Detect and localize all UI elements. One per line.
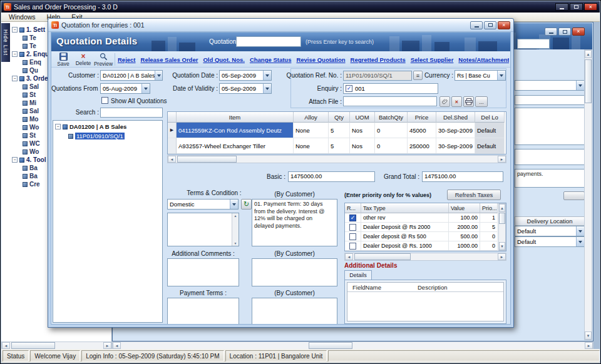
cell-price[interactable]: 250000	[408, 138, 436, 154]
nav-tree-item[interactable]: WC	[23, 139, 40, 148]
back-dropdown[interactable]	[515, 80, 585, 91]
main-close-button[interactable]: ×	[584, 3, 597, 11]
scroll-up-arrow[interactable]: ▲	[499, 204, 505, 212]
link-regretted-products[interactable]: Regretted Products	[351, 56, 406, 63]
scroll-up-arrow[interactable]: ▲	[585, 50, 592, 58]
back-textarea[interactable]	[515, 149, 585, 165]
tax-value-cell[interactable]: 2000.00	[449, 223, 480, 232]
cell-delshed[interactable]: 30-Sep-2009	[436, 123, 475, 138]
cell-alloy[interactable]: None	[294, 138, 329, 154]
link-notes-attachments[interactable]: Notes/Attachments	[458, 56, 509, 63]
delete-button[interactable]: × Delete	[74, 52, 93, 67]
tax-row-checkbox-cell[interactable]	[345, 241, 361, 251]
nav-tree-item[interactable]: Wo	[23, 148, 39, 156]
customer-select[interactable]: DA01200 | A B Sales	[100, 70, 163, 81]
scroll-left-arrow[interactable]: ◄	[168, 156, 176, 163]
additional-comments-by-customer-textarea[interactable]	[252, 258, 337, 286]
cell-delloc[interactable]: Default	[475, 123, 505, 138]
nav-tree-item[interactable]: −4. Tool	[12, 156, 46, 164]
tax-row-checkbox-cell[interactable]	[345, 223, 361, 232]
scroll-right-arrow[interactable]: ►	[585, 342, 593, 349]
tax-priority-cell[interactable]: 0	[480, 232, 498, 241]
scroll-thumb[interactable]	[11, 342, 55, 349]
hide-list-tab[interactable]: Hide List	[1, 23, 10, 62]
tax-priority-cell[interactable]: 0	[480, 241, 498, 251]
attach-file-input[interactable]	[343, 96, 437, 106]
cell-delloc[interactable]: Default	[475, 138, 505, 154]
cell-batchqty[interactable]: 0	[375, 123, 408, 138]
dialog-minimize-button[interactable]	[470, 21, 483, 29]
enquiry-checkbox[interactable]: ✓	[346, 85, 352, 92]
link-change-status[interactable]: Change Status	[250, 56, 292, 63]
nav-tree-item[interactable]: Ba	[23, 172, 38, 180]
nav-tree-item[interactable]: Ba	[23, 164, 38, 172]
nav-tree-item[interactable]: St	[23, 91, 36, 99]
dialog-maximize-button[interactable]	[484, 21, 496, 29]
nav-tree-item[interactable]: Mi	[23, 99, 36, 107]
payment-terms-by-customer-textarea[interactable]	[252, 298, 337, 325]
nav-tree-item[interactable]: Sal	[23, 83, 39, 91]
back-quotation-no-input[interactable]	[517, 39, 550, 49]
nav-tree-item[interactable]: −2. Enqu	[12, 50, 49, 58]
cell-uom[interactable]: Nos	[350, 138, 375, 154]
back-restore-button[interactable]	[558, 28, 571, 36]
ref-no-lookup-button[interactable]: ≡	[413, 71, 423, 80]
link-reject[interactable]: Reject	[118, 56, 136, 63]
nav-tree-item[interactable]: −3. Orde	[12, 74, 48, 83]
enquiry-list[interactable]: ✓ 001	[343, 83, 438, 94]
clear-attachment-button[interactable]: ×	[451, 96, 462, 107]
delivery-location-row[interactable]: Default	[515, 226, 585, 236]
row-selector[interactable]	[168, 138, 177, 154]
tax-checkbox[interactable]	[349, 224, 356, 231]
nav-tree-item[interactable]: Sal	[23, 107, 39, 115]
cell-alloy[interactable]: None	[294, 123, 329, 138]
nav-tree-item[interactable]: Te	[23, 42, 36, 50]
tax-type-cell[interactable]: Dealer Deposit @ Rs. 1000	[361, 241, 449, 251]
additional-comments-textarea[interactable]	[167, 258, 239, 286]
chevron-down-icon[interactable]	[576, 226, 584, 236]
calendar-dropdown-icon[interactable]	[263, 71, 271, 80]
cell-batchqty[interactable]: 0	[375, 138, 408, 154]
scroll-thumb[interactable]	[177, 156, 237, 163]
chevron-down-icon[interactable]	[230, 200, 238, 209]
tax-checkbox[interactable]	[349, 233, 356, 240]
tax-type-cell[interactable]: other rev	[361, 213, 449, 223]
terms-type-select[interactable]: Domestic	[167, 199, 239, 210]
nav-tree-item[interactable]: Te	[23, 34, 36, 42]
link-select-supplier[interactable]: Select Supplier	[411, 56, 454, 63]
cell-uom[interactable]: Nos	[350, 123, 375, 138]
calendar-dropdown-icon[interactable]	[141, 84, 150, 93]
scroll-left-arrow[interactable]: ◄	[113, 342, 121, 349]
scroll-thumb[interactable]	[499, 213, 505, 224]
quotation-tree-child[interactable]: 11P01/0910/SQ/1	[68, 133, 125, 139]
scroll-right-arrow[interactable]: ►	[498, 253, 506, 260]
tax-value-cell[interactable]: 100.00	[449, 213, 480, 223]
scroll-left-arrow[interactable]: ◄	[2, 342, 10, 349]
tax-grid-hscrollbar[interactable]: ◄ ►	[344, 253, 506, 261]
save-button[interactable]: Save	[54, 52, 73, 67]
back-terms-textarea[interactable]: payments.	[515, 169, 585, 188]
tax-value-cell[interactable]: 1000.00	[449, 241, 480, 251]
refresh-terms-button[interactable]: ↻	[241, 199, 252, 210]
terms-textarea[interactable]: ▲▼	[167, 213, 239, 246]
nav-tree-item[interactable]: Wo	[23, 123, 39, 131]
quotation-tree-root[interactable]: − DA01200 | A B Sales	[55, 123, 126, 130]
tax-type-cell[interactable]: Dealer deposit @ Rs 500	[361, 232, 449, 241]
payment-terms-textarea[interactable]	[167, 298, 239, 325]
tree-expander-icon[interactable]: −	[12, 27, 18, 33]
attach-button[interactable]	[439, 96, 450, 107]
preview-button[interactable]: Preview	[94, 52, 113, 67]
dialog-close-button[interactable]: ×	[498, 21, 510, 29]
back-minimize-button[interactable]	[545, 28, 557, 36]
cell-item[interactable]: A932557-Wheel Exchanger Tiller	[177, 138, 294, 154]
search-input[interactable]	[100, 108, 163, 118]
scroll-thumb[interactable]	[309, 342, 352, 349]
tax-priority-cell[interactable]: 1	[480, 213, 498, 223]
print-attachment-button[interactable]	[463, 96, 474, 107]
scroll-thumb[interactable]	[585, 59, 592, 103]
scroll-thumb[interactable]	[354, 253, 411, 260]
scroll-right-arrow[interactable]: ►	[103, 342, 111, 349]
grand-total-field[interactable]: 1475100.00	[422, 171, 503, 182]
cell-item[interactable]: 04112559KZ-Con Rod Assembly Deutz	[177, 123, 294, 138]
back-vertical-scrollbar[interactable]: ▲ ▼	[584, 49, 592, 340]
